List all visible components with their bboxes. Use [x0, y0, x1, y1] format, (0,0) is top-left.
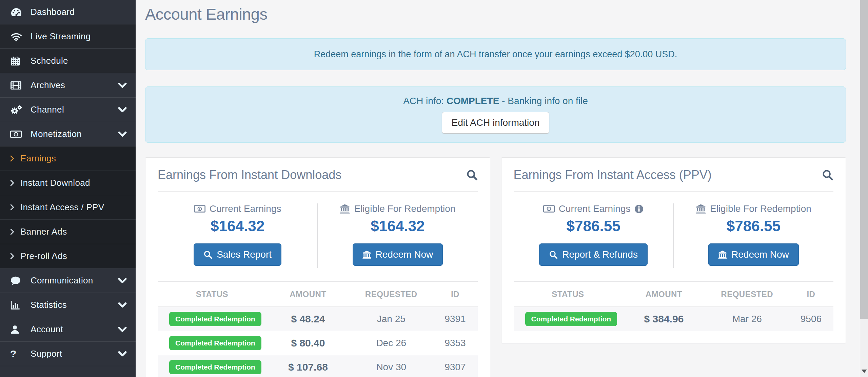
sidebar-item-label: Channel [31, 104, 64, 115]
user-icon [10, 325, 26, 334]
sidebar-item-live-streaming[interactable]: Live Streaming [0, 24, 136, 49]
status-badge: Completed Redemption [169, 360, 261, 374]
current-earnings-label: Current Earnings [514, 203, 673, 214]
card-stats: Current Earnings $164.32 Sales Report El… [158, 203, 478, 268]
bank-icon [696, 204, 706, 214]
card-title: Earnings From Instant Access (PPV) [514, 168, 712, 182]
sidebar-item-instant-access-ppv[interactable]: Instant Access / PPV [0, 195, 136, 220]
chevron-down-icon [118, 107, 127, 113]
chevron-down-icon [118, 131, 127, 137]
status-badge: Completed Redemption [169, 336, 261, 350]
sidebar-item-banner-ads[interactable]: Banner Ads [0, 220, 136, 244]
card-header: Earnings From Instant Downloads [158, 168, 478, 182]
chart-icon [10, 300, 26, 310]
sidebar-item-monetization[interactable]: Monetization [0, 122, 136, 146]
chevron-right-icon [10, 253, 20, 259]
redeem-now-button[interactable]: Redeem Now [708, 243, 799, 266]
info-icon[interactable] [634, 204, 644, 214]
redeem-now-button[interactable]: Redeem Now [353, 243, 443, 266]
sidebar: Dashboard Live Streaming Schedule Archiv… [0, 0, 136, 377]
sidebar-item-label: Instant Access / PPV [20, 202, 104, 213]
table-header-cell: ID [433, 282, 477, 307]
requested-cell: Jan 25 [350, 307, 433, 331]
scrollbar-down-arrow-icon[interactable] [862, 370, 867, 373]
eligible-redemption-label: Eligible For Redemption [674, 203, 833, 214]
card-divider [158, 191, 478, 192]
sales-report-button[interactable]: Sales Report [194, 243, 281, 266]
sidebar-item-instant-download[interactable]: Instant Download [0, 171, 136, 195]
edit-ach-button[interactable]: Edit ACH information [442, 112, 550, 134]
status-badge: Completed Redemption [525, 312, 617, 326]
table-row: Completed Redemption $ 384.96 Mar 26 950… [514, 307, 834, 331]
card-stats: Current Earnings $786.55 Report & Refund… [514, 203, 834, 268]
sidebar-item-label: Live Streaming [31, 31, 91, 42]
card-header: Earnings From Instant Access (PPV) [514, 168, 834, 182]
chat-icon [10, 276, 26, 285]
sidebar-item-label: Account [31, 324, 63, 335]
requested-cell: Nov 30 [350, 355, 433, 377]
chevron-right-icon [10, 155, 20, 162]
sidebar-item-statistics[interactable]: Statistics [0, 293, 136, 317]
table-header-row: STATUSAMOUNTREQUESTEDID [158, 282, 478, 307]
table-header-cell: AMOUNT [267, 282, 350, 307]
search-icon[interactable] [466, 169, 478, 181]
amount-cell: $ 48.24 [267, 307, 350, 331]
redeem-notice-alert: Redeem earnings in the form of an ACH tr… [145, 38, 846, 70]
current-earnings-label: Current Earnings [158, 203, 317, 214]
sidebar-item-label: Schedule [31, 56, 68, 66]
status-badge: Completed Redemption [169, 312, 261, 326]
report-refunds-button[interactable]: Report & Refunds [539, 243, 648, 266]
page-title: Account Earnings [145, 5, 846, 23]
calendar-icon [10, 56, 26, 66]
status-cell: Completed Redemption [158, 331, 267, 355]
sidebar-item-label: Monetization [31, 129, 82, 139]
sidebar-item-archives[interactable]: Archives [0, 73, 136, 98]
sidebar-item-communication[interactable]: Communication [0, 269, 136, 293]
status-cell: Completed Redemption [158, 307, 267, 331]
eligible-redemption-column: Eligible For Redemption $786.55 Redeem N… [674, 203, 833, 268]
id-cell: 9353 [433, 331, 477, 355]
scrollbar-thumb[interactable] [860, 0, 868, 319]
table-header-cell: REQUESTED [706, 282, 789, 307]
requested-cell: Mar 26 [706, 307, 789, 331]
eligible-redemption-value: $786.55 [674, 218, 833, 235]
redeem-notice-text: Redeem earnings in the form of an ACH tr… [314, 49, 677, 60]
sidebar-item-dashboard[interactable]: Dashboard [0, 0, 136, 24]
amount-cell: $ 80.40 [267, 331, 350, 355]
id-cell: 9506 [789, 307, 833, 331]
sidebar-item-label: Support [31, 349, 62, 359]
table-header-cell: STATUS [158, 282, 267, 307]
main-content: Account Earnings Redeem earnings in the … [136, 0, 868, 377]
table-header-cell: AMOUNT [622, 282, 705, 307]
dashboard-icon [10, 7, 26, 17]
sidebar-item-label: Dashboard [31, 7, 75, 17]
sidebar-item-label: Earnings [20, 153, 56, 164]
current-earnings-value: $164.32 [158, 218, 317, 235]
sidebar-item-schedule[interactable]: Schedule [0, 49, 136, 73]
chevron-right-icon [10, 180, 20, 186]
chevron-down-icon [118, 278, 127, 284]
earnings-card-earnings-from-instant-access-ppv: Earnings From Instant Access (PPV) Curre… [501, 157, 846, 343]
sidebar-item-label: Statistics [31, 300, 67, 310]
sidebar-item-account[interactable]: Account [0, 317, 136, 342]
sidebar-item-label: Banner Ads [20, 226, 67, 237]
bank-icon [340, 204, 350, 214]
sidebar-item-earnings[interactable]: Earnings [0, 146, 136, 171]
bank-icon [362, 250, 371, 259]
money-icon [543, 205, 555, 213]
eligible-redemption-value: $164.32 [318, 218, 477, 235]
sidebar-item-channel[interactable]: Channel [0, 98, 136, 122]
status-cell: Completed Redemption [514, 307, 623, 331]
redemptions-table: STATUSAMOUNTREQUESTEDID Completed Redemp… [158, 281, 478, 377]
card-title: Earnings From Instant Downloads [158, 168, 341, 182]
current-earnings-column: Current Earnings $164.32 Sales Report [158, 203, 318, 268]
sidebar-nav: Dashboard Live Streaming Schedule Archiv… [0, 0, 136, 366]
money-icon [10, 131, 26, 138]
sidebar-item-support[interactable]: ? Support [0, 342, 136, 366]
search-icon[interactable] [822, 169, 833, 181]
sidebar-item-pre-roll-ads[interactable]: Pre-roll Ads [0, 244, 136, 269]
earnings-cards-row: Earnings From Instant Downloads Current … [145, 157, 846, 377]
eligible-redemption-column: Eligible For Redemption $164.32 Redeem N… [318, 203, 477, 268]
table-header-cell: ID [789, 282, 833, 307]
ach-status-line: ACH info: COMPLETE - Banking info on fil… [403, 96, 588, 106]
